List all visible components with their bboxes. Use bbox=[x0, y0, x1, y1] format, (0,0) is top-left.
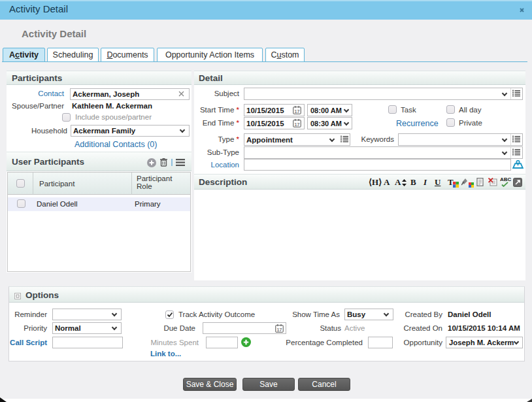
svg-text:17: 17 bbox=[295, 122, 300, 127]
svg-text:17: 17 bbox=[295, 109, 300, 114]
